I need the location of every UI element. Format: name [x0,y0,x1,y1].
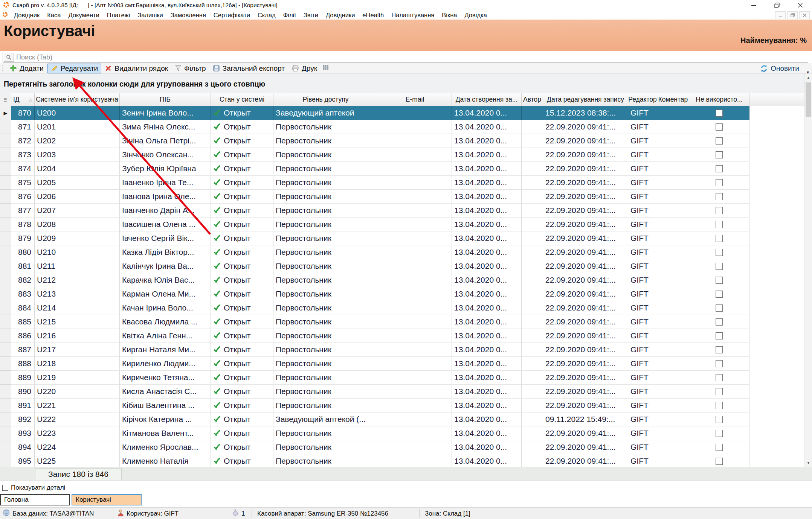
restore-button[interactable] [765,0,789,11]
row-indicator-header[interactable] [0,93,11,106]
column-header-Рівень доступу[interactable]: Рівень доступу [273,93,378,106]
column-header-ІД[interactable]: ІД△ [11,93,35,106]
column-header-Автор[interactable]: Автор [522,93,543,106]
table-row[interactable]: 882U212Карачка Юлія Вас...ОткрытПервосто… [0,273,749,287]
show-details-checkbox[interactable] [2,485,8,491]
unused-checkbox[interactable] [716,137,723,145]
table-row[interactable]: 891U221Кібиш Валентина ...ОткрытПервосто… [0,399,749,412]
unused-checkbox[interactable] [716,374,723,381]
table-row[interactable]: 876U206Іванова Ірина Оле...ОткрытПервост… [0,190,749,204]
menu-item-Довідка[interactable]: Довідка [461,12,490,19]
close-button[interactable] [789,0,812,11]
table-row[interactable]: 893U223Кітманова Валент...ОткрытПервосто… [0,426,749,440]
tab-Головна[interactable]: Головна [0,494,70,505]
table-row[interactable]: 886U216Квітка Аліна Генн...ОткрытПервост… [0,329,749,343]
table-row[interactable]: 875U205Іваненко Ірина Те...ОткрытПервост… [0,176,749,190]
column-header-Дата редагування запису[interactable]: Дата редагування запису [543,93,628,106]
table-row[interactable]: 881U211Калінчук Ірина Ва...ОткрытПервост… [0,259,749,273]
table-row[interactable]: 892U222Кірічок Катерина ...ОткрытЗаведую… [0,412,749,426]
column-header-Коментар[interactable]: Коментар [657,93,689,106]
unused-checkbox[interactable] [716,193,723,200]
minimize-button[interactable] [742,0,765,11]
menu-item-Склад[interactable]: Склад [254,12,279,19]
menu-item-eHealth[interactable]: eHealth [359,12,388,19]
mdi-restore-button[interactable] [787,11,798,19]
menu-item-Звіти[interactable]: Звіти [300,12,322,19]
unused-checkbox[interactable] [716,291,723,298]
unused-checkbox[interactable] [716,332,723,339]
unused-checkbox[interactable] [716,235,723,242]
print-button[interactable]: Друк [288,64,321,73]
unused-checkbox[interactable] [716,277,723,284]
column-header-Дата створення за...[interactable]: Дата створення за... [452,93,522,106]
unused-checkbox[interactable] [716,388,723,395]
unused-checkbox[interactable] [716,207,723,214]
table-row[interactable]: 895U225Клименко НаталіяОткрытПервостольн… [0,454,749,467]
unused-checkbox[interactable] [716,346,723,353]
table-row[interactable]: 889U219Кириченко Тетяна...ОткрытПервосто… [0,371,749,385]
unused-checkbox[interactable] [716,221,723,228]
table-row[interactable]: 873U203Зінченко Олексан...ОткрытПервосто… [0,148,749,162]
search-input[interactable]: Поиск (Tab) [3,52,808,62]
group-by-panel[interactable]: Перетягніть заголовок колонки сюди для у… [0,74,812,93]
unused-checkbox[interactable] [716,123,723,131]
vertical-scrollbar[interactable]: ▲ ▼ [804,74,812,467]
refresh-button[interactable]: Оновити [760,64,799,73]
table-row[interactable]: 888U218Кириленко Людми...ОткрытПервостол… [0,357,749,371]
table-row[interactable]: 884U214Качан Ірина Воло...ОткрытПервосто… [0,301,749,315]
table-row[interactable]: 872U202Зініна Ольга Петрі...ОткрытПервос… [0,134,749,148]
unused-checkbox[interactable] [716,416,723,423]
column-header-Стан у системі[interactable]: Стан у системі [211,93,273,106]
scroll-up-icon[interactable]: ▲ [805,74,812,81]
unused-checkbox[interactable] [716,304,723,312]
menu-item-Каса[interactable]: Каса [43,12,64,19]
columns-icon[interactable] [323,64,329,73]
scrollbar-thumb[interactable] [806,82,811,117]
table-row[interactable]: 887U217Кирган Наталя Ми...ОткрытПервосто… [0,343,749,357]
unused-checkbox[interactable] [716,430,723,437]
export-button[interactable]: Загальний експорт [209,64,288,73]
table-row[interactable]: 874U204Зубер Юлія ЮріївнаОткрытПервостол… [0,162,749,176]
table-row[interactable]: ▶870U200Зенич Ірина Воло...ОткрытЗаведую… [0,106,749,120]
unused-checkbox[interactable] [716,179,723,186]
unused-checkbox[interactable] [716,110,723,117]
unused-checkbox[interactable] [716,360,723,367]
unused-checkbox[interactable] [716,263,723,270]
unused-checkbox[interactable] [716,444,723,451]
table-row[interactable]: 879U209Івченко Сергій Вік...ОткрытПервос… [0,231,749,245]
scroll-down-icon[interactable]: ▼ [805,459,812,467]
menu-item-Платежі[interactable]: Платежі [103,12,134,19]
unused-checkbox[interactable] [716,458,723,465]
table-row[interactable]: 890U220Кисла Анастасія С...ОткрытПервост… [0,385,749,399]
mdi-close-button[interactable] [799,11,810,19]
mdi-minimize-button[interactable] [775,11,786,19]
unused-checkbox[interactable] [716,318,723,326]
table-row[interactable]: 894U224Клименко Ярослав...ОткрытПервосто… [0,440,749,454]
filter-button[interactable]: Фільтр [171,64,209,73]
menu-item-Вікна[interactable]: Вікна [438,12,461,19]
menu-item-Налаштування[interactable]: Налаштування [388,12,438,19]
toolbar-grip[interactable] [2,65,3,72]
column-header-Не використо...[interactable]: Не використо... [689,93,749,106]
menu-item-Сертифікати[interactable]: Сертифікати [210,12,254,19]
column-header-ПІБ[interactable]: ПІБ [120,93,211,106]
table-row[interactable]: 883U213Карман Олена Ми...ОткрытПервостол… [0,287,749,301]
menu-item-Залишки[interactable]: Залишки [134,12,167,19]
column-header-Системне ім'я користувача[interactable]: Системне ім'я користувача [35,93,120,106]
unused-checkbox[interactable] [716,151,723,158]
table-row[interactable]: 880U210Казка Лідія Віктор...ОткрытПервос… [0,245,749,259]
delete-row-button[interactable]: Видалити рядок [101,64,171,73]
menu-item-Філії[interactable]: Філії [279,12,300,19]
unused-checkbox[interactable] [716,402,723,409]
table-row[interactable]: 877U207Іванченко Дарін А...ОткрытПервост… [0,204,749,218]
unused-checkbox[interactable] [716,165,723,172]
table-row[interactable]: 885U215Квасова Людмила ...ОткрытПервосто… [0,315,749,329]
tab-Користувачі[interactable]: Користувачі [72,494,142,505]
table-row[interactable]: 878U208Івасишена Олена ...ОткрытПервосто… [0,218,749,231]
unused-checkbox[interactable] [716,249,723,256]
column-header-E-mail[interactable]: E-mail [378,93,452,106]
menu-item-Довідник[interactable]: Довідник [10,12,43,19]
menu-item-Замовлення[interactable]: Замовлення [167,12,210,19]
menu-item-Довідники[interactable]: Довідники [322,12,359,19]
column-header-Редактор[interactable]: Редактор [628,93,657,106]
